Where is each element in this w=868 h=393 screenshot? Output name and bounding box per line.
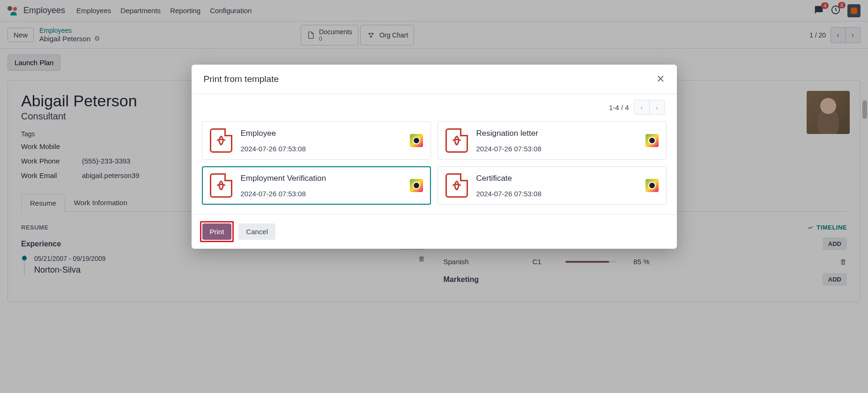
print-template-modal: Print from template ✕ 1-4 / 4 ‹ › Employ… [192,65,677,249]
modal-overlay: Print from template ✕ 1-4 / 4 ‹ › Employ… [0,0,868,393]
pdf-icon [445,128,468,153]
template-date: 2024-07-26 07:53:08 [241,190,401,198]
close-icon[interactable]: ✕ [656,73,665,85]
template-date: 2024-07-26 07:53:08 [241,145,401,153]
template-grid: Employee2024-07-26 07:53:08Resignation l… [200,121,668,205]
pdf-icon [210,128,232,153]
print-button-highlight: Print [200,221,234,242]
modal-pager-next[interactable]: › [649,100,664,114]
template-card[interactable]: Employment Verification2024-07-26 07:53:… [202,166,431,205]
modal-pager-text: 1-4 / 4 [609,104,629,111]
template-card[interactable]: Certificate2024-07-26 07:53:08 [438,166,667,205]
template-thumbnail [645,134,659,147]
pdf-icon [445,173,468,198]
cancel-button[interactable]: Cancel [238,223,275,240]
template-thumbnail [410,179,423,192]
template-name: Resignation letter [476,129,637,138]
template-date: 2024-07-26 07:53:08 [476,145,637,153]
template-thumbnail [410,134,423,147]
modal-title: Print from template [204,74,279,84]
pdf-icon [210,173,232,198]
template-name: Employment Verification [241,174,401,183]
print-button[interactable]: Print [202,223,232,240]
template-card[interactable]: Employee2024-07-26 07:53:08 [202,121,431,160]
template-card[interactable]: Resignation letter2024-07-26 07:53:08 [438,121,667,160]
template-date: 2024-07-26 07:53:08 [476,190,637,198]
template-name: Certificate [476,174,637,183]
template-thumbnail [645,179,659,192]
modal-pager-prev[interactable]: ‹ [634,100,649,114]
template-name: Employee [241,129,401,138]
